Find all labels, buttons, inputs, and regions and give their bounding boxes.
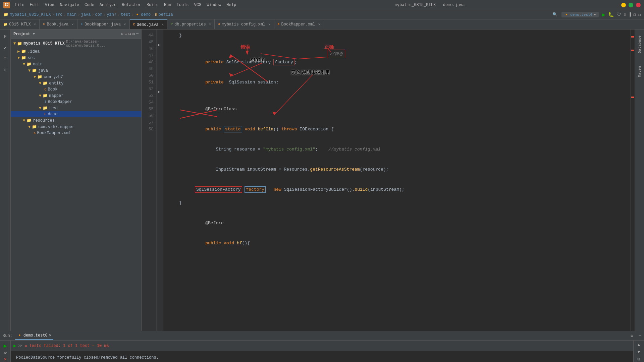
run-button[interactable]: ▶ xyxy=(602,11,605,18)
menu-item-analyze[interactable]: Analyze xyxy=(98,2,118,8)
debug-button[interactable]: 🐛 xyxy=(608,12,614,17)
menu-item-view[interactable]: View xyxy=(43,2,57,8)
breadcrumb-icon: 📁 xyxy=(3,12,8,17)
tree-book[interactable]: C Book xyxy=(11,86,141,93)
run-expand-btn[interactable]: ≫ xyxy=(3,351,7,355)
project-header-buttons[interactable]: ⊙ ⊞ ⊟ ⚙ — xyxy=(121,32,139,37)
tab-Book_java[interactable]: CBook.java✕ xyxy=(40,19,77,29)
run-left-panel: ▶ ≫ ✕ 🐛 ⚙ 📌 📷 ⋮ xyxy=(0,341,11,362)
tab-close[interactable]: ✕ xyxy=(71,22,74,26)
menu-item-edit[interactable]: Edit xyxy=(28,2,42,8)
tab-close[interactable]: ✕ xyxy=(209,22,211,26)
run-settings-icon[interactable]: ⚙ xyxy=(631,333,633,339)
commit-icon[interactable]: ✔ xyxy=(1,43,10,52)
tree-entity[interactable]: ▼ 📁 entity xyxy=(11,80,141,86)
output-line-1: PooledDataSource forcefully closed/remov… xyxy=(16,354,628,361)
tab-mybatis_config_xml[interactable]: Xmybatis_config.xml✕ xyxy=(215,19,274,29)
tab-BookMapper_java[interactable]: IBookMapper.java✕ xyxy=(77,19,130,29)
tab-close[interactable]: ✕ xyxy=(268,22,271,26)
tab-close[interactable]: ✕ xyxy=(318,22,320,26)
tree-idea[interactable]: ▶ 📁 .idea xyxy=(11,48,141,55)
soft-wrap-btn[interactable]: ⊟ xyxy=(638,357,640,362)
menu-item-build[interactable]: Build xyxy=(145,2,161,8)
menu-item-file[interactable]: File xyxy=(13,2,26,8)
project-root[interactable]: ▼ 📁 mybatis_0815_KTLX D:\java-baties-spa… xyxy=(11,39,141,48)
warning-marker-1[interactable] xyxy=(631,36,634,38)
sync-icon[interactable]: ⊙ xyxy=(121,32,123,37)
code-line-55: } xyxy=(169,200,631,206)
collapse-icon[interactable]: ⊟ xyxy=(128,32,131,37)
menu-item-refactor[interactable]: Refactor xyxy=(120,2,143,8)
code-content[interactable]: } private SqlSessionFactory factory; pri… xyxy=(163,29,631,331)
run-close-icon[interactable]: — xyxy=(639,333,641,338)
search-icon[interactable]: 🔍 xyxy=(552,12,557,17)
code-line-50: @BeforeClass xyxy=(169,99,631,119)
tree-mapper-folder-label: com.yzh7.mapper xyxy=(38,125,74,129)
maven-tab[interactable]: Maven xyxy=(636,63,643,80)
menu-item-vcs[interactable]: VCS xyxy=(192,2,204,8)
maximize-button[interactable] xyxy=(629,3,633,7)
expand-icon[interactable]: ⊞ xyxy=(125,32,127,37)
tab-BookMapper_xml[interactable]: XBookMapper.xml✕ xyxy=(274,19,324,29)
fail-icon: ✕ xyxy=(24,343,27,349)
run-tab-demo[interactable]: 🔸 demo.test0 ✕ xyxy=(15,331,53,340)
tree-bookmaperxml[interactable]: X BookMapper.xml xyxy=(11,130,141,136)
run-status: Tests failed: 1 of 1 test – 10 ms xyxy=(29,344,109,348)
dropdown-icon[interactable]: ▼ xyxy=(594,13,596,17)
run-tab-bar: Run: 🔸 demo.test0 ✕ ⚙ — xyxy=(0,331,644,341)
fold-marker-51[interactable]: ▶ xyxy=(158,43,160,47)
menu-item-window[interactable]: Window xyxy=(205,2,223,8)
close-button[interactable] xyxy=(636,3,641,7)
line-numbers: 44 45 46 47 48 49 50 51 52 53 54 55 56 5… xyxy=(142,29,157,331)
app-icon: IJ xyxy=(3,2,10,8)
menu-item-help[interactable]: Help xyxy=(224,2,238,8)
run-tab-label: demo.test0 xyxy=(23,333,48,338)
close-project-icon[interactable]: — xyxy=(136,32,139,37)
run-config-label: demo.test0 xyxy=(570,13,592,17)
tab-0815_KTLX[interactable]: 📁0815_KTLX✕ xyxy=(0,19,40,29)
tree-bookmapper[interactable]: I BookMapper xyxy=(11,99,141,105)
run-status-bar: ▶ ≫ ✕ Tests failed: 1 of 1 test – 10 ms xyxy=(11,341,633,351)
menu-item-run[interactable]: Run xyxy=(162,2,173,8)
structure-icon[interactable]: ≡ xyxy=(1,54,10,63)
tree-src-label: src xyxy=(28,56,35,60)
run-right-panel: ▲ ▼ ⊟ ⊞ 🖨 🗑 xyxy=(633,341,644,362)
warning-marker-2[interactable] xyxy=(631,50,634,51)
database-tab[interactable]: Database xyxy=(636,33,643,56)
scroll-down-btn[interactable]: ▼ xyxy=(638,350,640,355)
tree-mapper-folder[interactable]: ▼ 📁 com.yzh7.mapper xyxy=(11,124,141,130)
tree-src[interactable]: ▼ 📁 src xyxy=(11,55,141,61)
tree-comyzh7[interactable]: ▼ 📁 com.yzh7 xyxy=(11,74,141,80)
tab-close[interactable]: ✕ xyxy=(161,22,164,27)
tree-entity-label: entity xyxy=(49,81,63,86)
tree-test[interactable]: ▼ 📁 test xyxy=(11,105,141,111)
tree-mapper[interactable]: ▼ 📁 mapper xyxy=(11,93,141,99)
run-config-selector[interactable]: 🔸 demo.test0 ▼ xyxy=(561,12,599,17)
code-editor[interactable]: 44 45 46 47 48 49 50 51 52 53 54 55 56 5… xyxy=(142,29,635,331)
tree-main[interactable]: ▼ 📁 main xyxy=(11,61,141,67)
window-controls[interactable] xyxy=(621,3,641,7)
tab-demo_java[interactable]: Cdemo.java✕ xyxy=(130,19,167,29)
project-icon[interactable]: P xyxy=(1,32,10,42)
code-line-48: private SqlSession session; xyxy=(169,72,631,93)
tree-java[interactable]: ▼ 📁 java xyxy=(11,67,141,74)
tab-close[interactable]: ✕ xyxy=(124,22,126,26)
tree-resources[interactable]: ▼ 📁 resources xyxy=(11,117,141,124)
run-status-text: Tests failed: 1 of 1 test – 10 ms xyxy=(29,344,109,348)
run-play-btn[interactable]: ▶ xyxy=(4,343,7,349)
menu-item-code[interactable]: Code xyxy=(83,2,96,8)
bookmarks-icon[interactable]: ☆ xyxy=(1,64,10,74)
run-tab-close[interactable]: ✕ xyxy=(49,333,51,338)
coverage-button[interactable]: 🛡 xyxy=(616,12,621,17)
scroll-up-btn[interactable]: ▲ xyxy=(638,343,640,348)
tab-close[interactable]: ✕ xyxy=(34,22,36,26)
settings-icon[interactable]: ⚙ xyxy=(132,32,135,37)
tree-demo[interactable]: C demo xyxy=(11,111,141,117)
minimize-button[interactable] xyxy=(621,3,626,7)
tab-db_properties[interactable]: Pdb.properties✕ xyxy=(167,19,215,29)
breadcrumb-path[interactable]: mybatis_0815_KTLX› src› main› java› com›… xyxy=(10,12,173,17)
menu-item-tools[interactable]: Tools xyxy=(175,2,191,8)
warning-marker-3[interactable] xyxy=(631,97,634,98)
fold-marker-55[interactable]: ▶ xyxy=(158,90,160,94)
menu-item-navigate[interactable]: Navigate xyxy=(58,2,81,8)
